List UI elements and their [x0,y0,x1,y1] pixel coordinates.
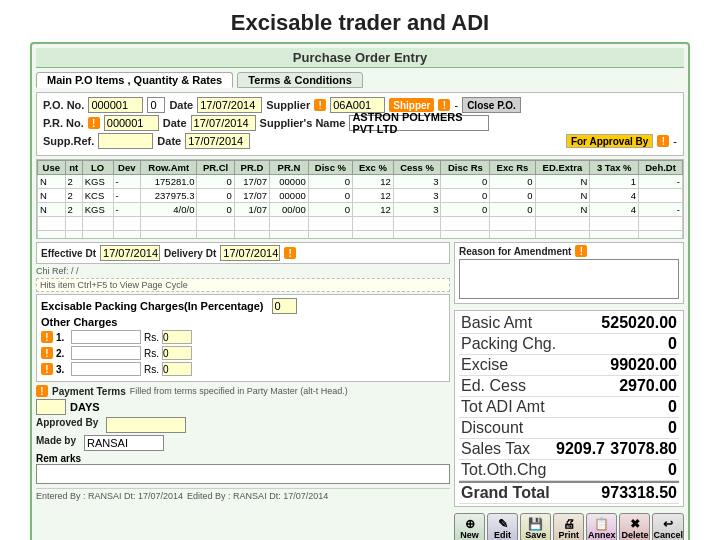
excisable-input[interactable]: 0 [272,298,297,314]
table-cell-empty [353,231,394,240]
excisable-label: Excisable Packing Charges(In Percentage) [41,300,264,312]
dato-input[interactable]: 17/07/2014 [191,115,256,131]
po-no-label: P.O. No. [43,99,84,111]
sales-tax-value2: 37078.80 [607,440,677,458]
charge1-val[interactable] [162,330,192,344]
shipper-badge: Shipper [389,98,434,112]
ed-cess-label: Ed. Cess [461,377,526,395]
footer-entered: Entered By : RANSAI Dt: 17/07/2014 [36,491,183,501]
table-cell-empty [113,231,141,240]
charge3-input[interactable] [71,362,141,376]
print-button[interactable]: 🖨 Print [553,513,584,540]
col-prd: PR.D [234,161,269,175]
pr-no-input[interactable]: 000001 [104,115,159,131]
charge3-val[interactable] [162,362,192,376]
dato2-input[interactable]: 17/07/2014 [185,133,250,149]
table-cell-empty [639,217,683,231]
bottom-left: Effective Dt 17/07/2014 Delivery Dt 17/0… [36,242,450,540]
effective-input[interactable]: 17/07/2014 [100,245,160,261]
table-cell: KGS [82,203,113,217]
charge2-val[interactable] [162,346,192,360]
items-table-scroll[interactable]: Use nt LO Dev Row.Amt PR.Cl PR.D PR.N Di… [36,159,684,239]
delete-button[interactable]: ✖ Delete [619,513,650,540]
table-cell: N [535,175,590,189]
made-by-label: Made by [36,435,76,451]
table-cell: 175281.0 [141,175,197,189]
basic-amt-value: 525020.00 [601,314,677,332]
pr-row: P.R. No. ! 000001 Date 17/07/2014 Suppli… [43,115,677,131]
footer-edited: Edited By : RANSAI Dt: 17/07/2014 [187,491,328,501]
approved-by-input[interactable] [106,417,186,433]
table-cell: 00000 [270,175,309,189]
approval-exclaim-icon: ! [657,135,669,147]
table-cell: - [639,175,683,189]
delivery-input[interactable]: 17/07/2014 [220,245,280,261]
reason-input[interactable] [459,259,679,299]
table-cell-empty [393,231,441,240]
annex-button[interactable]: 📋 Annex [586,513,617,540]
table-cell [639,189,683,203]
table-cell: 17/07 [234,189,269,203]
other-charges-label-row: Other Charges [41,316,445,328]
edit-button[interactable]: ✎ Edit [487,513,518,540]
annex-icon: 📋 [594,518,609,530]
table-cell: 0 [197,203,234,217]
charge2-num: 2. [56,348,68,359]
table-cell-empty [441,231,490,240]
table-cell: 0 [441,203,490,217]
charge2-exclaim: ! [41,347,53,359]
table-cell: 0 [490,189,535,203]
new-button[interactable]: ⊕ New [454,513,485,540]
date-input[interactable]: 17/07/2014 [197,97,262,113]
save-button[interactable]: 💾 Save [520,513,551,540]
table-cell: 237975.3 [141,189,197,203]
table-cell-empty [308,217,352,231]
days-label: DAYS [70,401,100,413]
charge1-num: 1. [56,332,68,343]
table-cell: 0 [308,175,352,189]
table-row-empty [38,231,683,240]
table-cell: 0 [197,189,234,203]
table-row: N2KGS-175281.0017/0700000012300N1- [38,175,683,189]
excise-row: Excise 99020.00 [459,355,679,376]
new-label: New [460,530,479,540]
tab-main[interactable]: Main P.O Items , Quantity & Rates [36,72,233,88]
charge2-input[interactable] [71,346,141,360]
header-section: P.O. No. 000001 0 Date 17/07/2014 Suppli… [36,92,684,156]
table-cell: 1 [590,175,639,189]
table-cell: - [113,189,141,203]
shipper-exclaim-icon: ! [438,99,450,111]
po-no-suffix: 0 [147,97,165,113]
table-cell: 0 [490,203,535,217]
reason-box: Reason for Amendment ! [454,242,684,304]
table-cell: - [113,203,141,217]
reason-label: Reason for Amendment [459,246,571,257]
dato-label: Date [163,117,187,129]
excisable-section: Excisable Packing Charges(In Percentage)… [36,294,450,382]
cancel-button[interactable]: ↩ Cancel [652,513,684,540]
charge-row-2: ! 2. Rs. [41,346,445,360]
col-dev: Dev [113,161,141,175]
charge1-input[interactable] [71,330,141,344]
cycle-note: Hits item Ctrl+F5 to View Page Cycle [36,278,450,292]
supp-ref-input[interactable] [98,133,153,149]
dash1: - [454,99,458,111]
tab-terms[interactable]: Terms & Conditions [237,72,363,88]
approved-by-label: Approved By [36,417,98,433]
col-nt: nt [65,161,82,175]
packing-chg-label: Packing Chg. [461,335,556,353]
bottom-section: Effective Dt 17/07/2014 Delivery Dt 17/0… [36,242,684,540]
po-no-input[interactable]: 000001 [88,97,143,113]
remarks-input[interactable] [36,464,450,484]
supplier-name-label: Supplier's Name [260,117,346,129]
table-cell-empty [141,231,197,240]
days-input[interactable] [36,399,66,415]
col-dehdt: Deh.Dt [639,161,683,175]
print-icon: 🖨 [563,518,575,530]
tot-adi-label: Tot ADI Amt [461,398,545,416]
table-cell: N [38,175,66,189]
other-charges-label: Other Charges [41,316,117,328]
payment-terms-hint: Filled from terms specified in Party Mas… [130,386,348,396]
grand-total-value: 973318.50 [601,484,677,502]
charge1-rs: Rs. [144,332,159,343]
